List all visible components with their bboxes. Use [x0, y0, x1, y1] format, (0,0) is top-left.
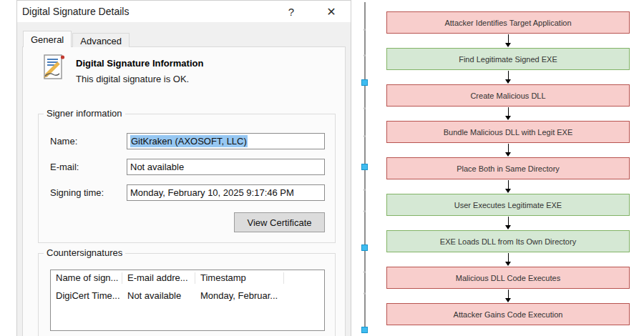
edge-handle[interactable]: [361, 164, 368, 170]
flow-step[interactable]: User Executes Legitimate EXE: [386, 194, 630, 216]
flow-step-label: Find Legitimate Signed EXE: [459, 55, 557, 64]
arrow-down-icon: [386, 289, 630, 303]
countersignatures-label: Countersignatures: [44, 247, 125, 258]
email-field[interactable]: Not available: [127, 159, 325, 175]
titlebar-buttons: ? ✕: [276, 1, 346, 21]
row-email-cell: Not available: [122, 290, 195, 301]
general-tab-page: Digital Signature Information This digit…: [22, 46, 346, 336]
arrow-down-icon: [386, 34, 630, 48]
arrow-down-icon: [386, 179, 630, 194]
signing-time-field[interactable]: Monday, February 10, 2025 9:17:46 PM: [127, 184, 325, 201]
tab-advanced[interactable]: Advanced: [72, 33, 130, 47]
row-timestamp-cell: Monday, Februar...: [195, 290, 284, 301]
flow-step[interactable]: Attacker Gains Code Execution: [386, 303, 630, 325]
help-icon[interactable]: ?: [276, 1, 306, 21]
flow-step[interactable]: Place Both in Same Directory: [386, 157, 630, 179]
screenshot-canvas: Digital Signature Details ? ✕ General Ad…: [0, 0, 644, 336]
flow-step[interactable]: EXE Loads DLL from Its Own Directory: [386, 230, 630, 252]
tab-general[interactable]: General: [23, 31, 72, 47]
flow-step-label: Create Malicious DLL: [470, 92, 545, 100]
arrow-down-icon: [386, 107, 630, 121]
signature-document-icon: [40, 54, 67, 81]
edge-waypoint-dot: [364, 189, 366, 191]
flow-step-label: User Executes Legitimate EXE: [454, 201, 562, 209]
attack-flowchart: Attacker Identifies Target Application F…: [386, 11, 630, 325]
table-row[interactable]: DigiCert Time... Not available Monday, F…: [51, 290, 324, 301]
close-icon[interactable]: ✕: [316, 1, 346, 21]
arrow-down-icon: [386, 70, 630, 84]
edge-waypoint-dot: [364, 54, 366, 56]
column-header-timestamp[interactable]: Timestamp: [195, 272, 284, 284]
dialog-titlebar: Digital Signature Details ? ✕: [17, 1, 351, 22]
arrow-down-icon: [386, 252, 630, 267]
countersignatures-group: Countersignatures Name of sign... E-mail…: [38, 253, 336, 336]
edge-waypoint-dot: [364, 29, 366, 31]
name-value-selected-text: GitKraken (AXOSOFT, LLC): [130, 135, 248, 147]
flow-step-label: Attacker Gains Code Execution: [454, 310, 563, 319]
countersignatures-header: Name of sign... E-mail addre... Timestam…: [51, 270, 324, 286]
view-certificate-button[interactable]: View Certificate: [234, 212, 325, 232]
column-header-name[interactable]: Name of sign...: [51, 272, 122, 284]
flow-step[interactable]: Find Legitimate Signed EXE: [386, 48, 630, 70]
flow-step[interactable]: Bundle Malicious DLL with Legit EXE: [386, 121, 630, 143]
dialog-title: Digital Signature Details: [22, 6, 129, 17]
edge-handle[interactable]: [361, 244, 368, 251]
flow-step[interactable]: Create Malicious DLL: [386, 84, 630, 107]
column-header-filler: [284, 272, 324, 284]
signer-information-label: Signer information: [44, 108, 125, 119]
name-field[interactable]: GitKraken (AXOSOFT, LLC): [127, 133, 325, 149]
column-header-email[interactable]: E-mail addre...: [122, 272, 195, 284]
edge-waypoint-dot: [364, 135, 366, 137]
edge-waypoint-dot: [364, 210, 366, 212]
arrow-down-icon: [386, 216, 630, 230]
flow-step-label: EXE Loads DLL from Its Own Directory: [440, 237, 576, 246]
edge-waypoint-dot: [364, 292, 366, 295]
flow-step-label: Bundle Malicious DLL with Legit EXE: [444, 128, 573, 137]
countersignatures-table: Name of sign... E-mail addre... Timestam…: [50, 270, 325, 331]
flow-step-label: Malicious DLL Code Executes: [456, 274, 560, 282]
edge-waypoint-dot: [364, 271, 366, 273]
flow-step[interactable]: Attacker Identifies Target Application: [386, 11, 630, 34]
signing-time-label: Signing time:: [50, 187, 104, 198]
flow-step-label: Attacker Identifies Target Application: [444, 19, 571, 27]
edge-handle[interactable]: [361, 327, 368, 333]
flow-step[interactable]: Malicious DLL Code Executes: [386, 267, 630, 289]
row-name-cell: DigiCert Time...: [51, 290, 122, 301]
signer-information-group: Signer information Name: GitKraken (AXOS…: [38, 114, 336, 243]
signature-status-text: This digital signature is OK.: [76, 74, 189, 84]
digital-signature-details-dialog: Digital Signature Details ? ✕ General Ad…: [16, 0, 351, 336]
edge-waypoint-dot: [364, 107, 366, 109]
email-label: E-mail:: [50, 162, 79, 172]
flow-step-label: Place Both in Same Directory: [457, 164, 560, 173]
arrow-down-icon: [386, 143, 630, 157]
name-label: Name:: [50, 136, 77, 147]
edge-handle[interactable]: [361, 79, 368, 86]
info-heading: Digital Signature Information: [76, 58, 203, 69]
tab-strip: General Advanced: [23, 31, 130, 47]
